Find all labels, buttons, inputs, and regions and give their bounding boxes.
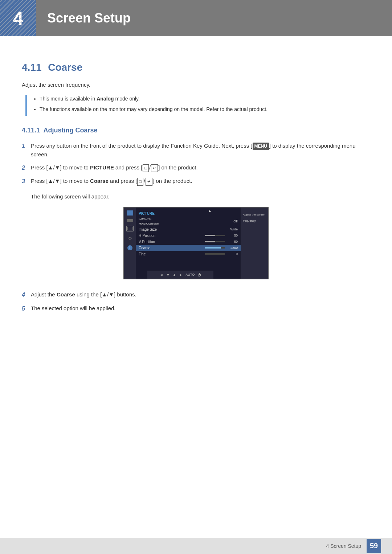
sidebar-icon-2: [127, 219, 133, 222]
header-title: Screen Setup: [47, 11, 131, 26]
btn-enter: ↵: [151, 164, 158, 172]
note-item-2: The functions available on the monitor m…: [40, 105, 268, 114]
following-screen-note: The following screen will appear.: [31, 193, 370, 200]
note-bold-1: Analog: [97, 96, 114, 102]
menu-row-coarse: Coarse 2200: [136, 245, 241, 251]
menu-row-magic: SAMSUNGMAGICUpscale Off: [136, 217, 241, 226]
section-description: Adjust the screen frequency.: [22, 81, 370, 89]
step-num-5: 5: [22, 304, 31, 313]
step-text-4: Adjust the Coarse using the [▲/▼] button…: [31, 290, 370, 299]
menu-row-imagesize: Image Size Wide: [136, 226, 241, 233]
menu-row-vpos: V-Position 50: [136, 239, 241, 245]
step-4: 4 Adjust the Coarse using the [▲/▼] butt…: [22, 290, 370, 300]
step-num-1: 1: [22, 141, 31, 151]
step-num-2: 2: [22, 163, 31, 173]
menu-bar-fill-vpos: [205, 241, 215, 242]
menu-bar-fill-hpos: [205, 235, 215, 236]
note-box: This menu is available in Analog mode on…: [25, 95, 370, 116]
sidebar-icon-3: [126, 226, 134, 231]
menu-val-vpos: 50: [227, 240, 238, 243]
menu-label-coarse: Coarse: [139, 246, 205, 250]
steps-list-4: 4 Adjust the Coarse using the [▲/▼] butt…: [22, 290, 370, 313]
note-content: This menu is available in Analog mode on…: [32, 95, 268, 116]
monitor-screen: ⚙ i PICTURE ▲ SAMSUNGMAGICUpscale Off Im…: [123, 207, 269, 279]
btn-square-2: □: [137, 178, 143, 186]
footer-page-number: 59: [367, 539, 381, 553]
menu-val-hpos: 50: [227, 234, 238, 237]
step-text-5: The selected option will be applied.: [31, 304, 370, 313]
menu-header: PICTURE: [136, 210, 241, 217]
footer-section-label: 4 Screen Setup: [326, 543, 361, 549]
menu-val-magic: Off: [227, 219, 238, 223]
main-content: 4.11 Coarse Adjust the screen frequency.…: [0, 36, 392, 335]
note-item-1: This menu is available in Analog mode on…: [40, 95, 268, 103]
nav-left: ◄: [160, 273, 163, 277]
monitor-help-panel: Adjust the screen frequency.: [241, 208, 268, 279]
step-1: 1 Press any button on the front of the p…: [22, 141, 370, 159]
notes-list: This menu is available in Analog mode on…: [32, 95, 268, 114]
step-num-4: 4: [22, 290, 31, 300]
menu-bar-hpos: [205, 235, 225, 236]
step-5: 5 The selected option will be applied.: [22, 304, 370, 313]
menu-row-hpos: H-Position 50: [136, 233, 241, 239]
diagonal-pattern: [0, 0, 36, 36]
sidebar-icon-gear: ⚙: [127, 235, 133, 242]
step-text-2: Press [▲/▼] to move to PICTURE and press…: [31, 163, 370, 172]
step-text-1: Press any button on the front of the pro…: [31, 141, 370, 159]
subsection-title: 4.11.1 Adjusting Coarse: [22, 127, 370, 134]
menu-bar-fill-coarse: [205, 247, 221, 249]
nav-power: ⏻: [197, 273, 201, 277]
help-text: Adjust the screen frequency.: [243, 213, 265, 222]
menu-bar-fine: [205, 253, 225, 255]
step-text-3: Press [▲/▼] to move to Coarse and press …: [31, 177, 370, 186]
btn-enter-2: ↵: [146, 178, 152, 186]
menu-bar-vpos: [205, 241, 225, 242]
nav-right: ►: [179, 273, 183, 277]
monitor-sidebar: ⚙ i: [124, 208, 136, 279]
menu-label-vpos: V-Position: [139, 240, 205, 244]
step-num-3: 3: [22, 177, 31, 186]
menu-val-fine: 0: [227, 252, 238, 256]
monitor-menu-area: PICTURE ▲ SAMSUNGMAGICUpscale Off Image …: [136, 208, 241, 279]
menu-label-fine: Fine: [139, 252, 205, 256]
menu-val-coarse: 2200: [227, 246, 238, 250]
section-title: 4.11 Coarse: [22, 62, 370, 73]
step-3: 3 Press [▲/▼] to move to Coarse and pres…: [22, 177, 370, 186]
menu-up-arrow: ▲: [208, 209, 212, 213]
sidebar-icon-info: i: [127, 245, 132, 250]
picture-bold: PICTURE: [90, 164, 114, 171]
step-2: 2 Press [▲/▼] to move to PICTURE and pre…: [22, 163, 370, 173]
menu-label-imagesize: Image Size: [139, 227, 227, 231]
nav-up: ▲: [173, 273, 176, 277]
coarse-bold-step3: Coarse: [90, 178, 109, 184]
monitor-container: ⚙ i PICTURE ▲ SAMSUNGMAGICUpscale Off Im…: [22, 207, 370, 279]
menu-label-magic: SAMSUNGMAGICUpscale: [139, 218, 227, 225]
menu-row-fine: Fine 0: [136, 251, 241, 257]
monitor-bottom-nav: ◄ ▼ ▲ ► AUTO ⏻: [147, 271, 213, 279]
steps-list: 1 Press any button on the front of the p…: [22, 141, 370, 186]
menu-key: MENU: [253, 143, 269, 150]
header-bar: 4 Screen Setup: [0, 0, 392, 36]
menu-val-imagesize: Wide: [227, 227, 238, 231]
menu-label-hpos: H-Position: [139, 234, 205, 238]
note-bar: [25, 95, 27, 116]
nav-down: ▼: [166, 273, 170, 277]
sidebar-icon-1: [127, 210, 133, 216]
btn-square: □: [143, 164, 149, 172]
nav-auto: AUTO: [185, 273, 195, 276]
footer: 4 Screen Setup 59: [0, 538, 392, 554]
coarse-bold-step4: Coarse: [57, 291, 75, 297]
menu-bar-coarse: [205, 247, 225, 249]
